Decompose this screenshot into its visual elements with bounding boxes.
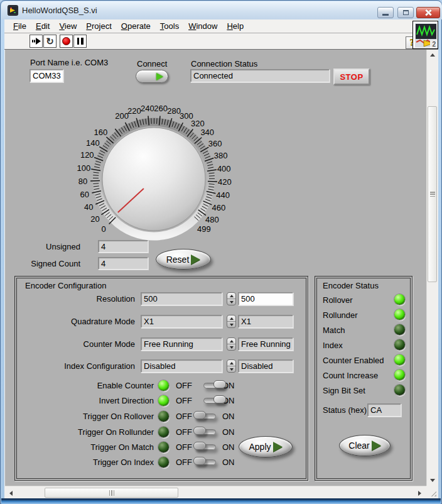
spinner-control[interactable] (227, 359, 236, 373)
toggle-switch[interactable] (195, 442, 230, 452)
clear-arrow-icon (372, 441, 381, 451)
dial: 0204060801001201401602002202402602803003… (72, 100, 238, 249)
toggle-label: Trigger On Rollunder (78, 427, 154, 437)
config-control-field[interactable]: X1 (238, 315, 293, 328)
run-continuously-icon: ↻ (46, 36, 54, 46)
svg-text:320: 320 (191, 119, 205, 128)
port-name-label: Port Name i.e. COM3 (30, 58, 108, 67)
toggle-switch[interactable] (195, 411, 230, 421)
status-led-label: Sign Bit Set (323, 386, 365, 395)
spinner-down-icon (230, 324, 234, 326)
svg-text:80: 80 (78, 177, 87, 186)
toggle-row: Invert DirectionOFFON (15, 395, 308, 407)
spinner-control[interactable] (227, 337, 236, 351)
toggle-label: Trigger On Index (93, 457, 154, 467)
menu-item-help[interactable]: Help (222, 20, 249, 32)
menu-item-operate[interactable]: Operate (117, 20, 156, 32)
toggle-off-label: OFF (176, 396, 192, 405)
spinner-down-icon (230, 301, 234, 304)
spinner-control[interactable] (227, 292, 236, 305)
toggle-led-indicator (158, 427, 169, 437)
toggle-row: Trigger On IndexOFFON (15, 456, 308, 469)
status-led-label: Match (323, 326, 345, 335)
menu-item-file[interactable]: File (9, 20, 31, 32)
switch-knob[interactable] (193, 427, 206, 435)
toggle-led-indicator (158, 457, 169, 468)
port-name-input[interactable] (30, 69, 63, 82)
scroll-left-icon (9, 491, 13, 496)
abort-button[interactable] (60, 35, 73, 48)
encoder-status-panel: Encoder Status Status (hex) CA Clear Rol… (315, 276, 412, 481)
reset-arrow-icon (191, 255, 200, 265)
status-led-label: Rollover (323, 295, 353, 305)
run-continuously-button[interactable]: ↻ (43, 35, 57, 48)
status-hex-label: Status (hex) (323, 405, 367, 415)
config-control-field[interactable]: Free Running (238, 337, 293, 351)
spinner-up-icon (230, 295, 234, 297)
toggle-off-label: OFF (176, 412, 192, 421)
scroll-right-button[interactable] (414, 488, 425, 498)
status-led-row: Sign Bit Set (315, 385, 412, 397)
spinner-up-icon (230, 340, 234, 342)
reset-button[interactable]: Reset (156, 249, 211, 270)
encoder-status-title: Encoder Status (323, 281, 379, 290)
vertical-scroll-thumb[interactable] (428, 106, 437, 282)
status-led-label: Index (323, 341, 343, 350)
connection-status-label: Connection Status (191, 59, 257, 68)
toolbar: ↻ (4, 33, 438, 50)
scroll-up-button[interactable] (427, 50, 438, 60)
toggle-switch[interactable] (195, 427, 230, 437)
minimize-button[interactable] (377, 7, 394, 18)
toggle-switch[interactable] (195, 380, 230, 390)
vertical-scrollbar[interactable] (426, 50, 438, 486)
maximize-button[interactable] (397, 7, 414, 18)
horizontal-scrollbar[interactable] (5, 486, 426, 498)
menu-bar: FileEditViewProjectOperateToolsWindowHel… (4, 19, 438, 33)
config-control-field[interactable]: Disabled (238, 359, 293, 373)
resize-grip[interactable] (426, 486, 438, 498)
menu-item-window[interactable]: Window (184, 20, 222, 32)
status-led-label: Rollunder (323, 310, 358, 320)
switch-knob[interactable] (193, 457, 206, 465)
spinner-control[interactable] (227, 315, 236, 328)
config-row: Resolution500500 (15, 292, 308, 305)
scroll-down-button[interactable] (427, 475, 438, 486)
toggle-switch[interactable] (195, 395, 230, 405)
connect-button[interactable] (136, 70, 168, 83)
scroll-left-button[interactable] (6, 488, 16, 498)
close-button[interactable] (416, 7, 440, 18)
svg-text:380: 380 (214, 151, 228, 160)
svg-text:20: 20 (90, 214, 99, 224)
toggle-row: Enable CounterOFFON (15, 380, 308, 392)
config-control-field[interactable]: 500 (238, 292, 293, 305)
abort-icon (62, 37, 70, 45)
signed-count-field: 4 (98, 257, 148, 270)
menu-item-view[interactable]: View (55, 20, 82, 32)
svg-text:100: 100 (77, 163, 91, 173)
menu-item-edit[interactable]: Edit (31, 20, 55, 32)
dial-knob[interactable] (102, 128, 205, 231)
menu-item-project[interactable]: Project (82, 20, 116, 32)
pause-button[interactable] (73, 35, 87, 48)
switch-knob[interactable] (213, 395, 226, 403)
vi-icon-pane[interactable]: 2 (412, 21, 438, 49)
switch-knob[interactable] (213, 380, 226, 388)
stop-button-label: STOP (340, 72, 363, 82)
connect-label: Connect (137, 59, 167, 68)
switch-knob[interactable] (193, 411, 206, 419)
run-button[interactable] (30, 35, 43, 48)
toggle-off-label: OFF (176, 457, 192, 467)
menu-item-tools[interactable]: Tools (156, 20, 184, 32)
status-led-label: Count Increase (323, 371, 378, 380)
svg-text:400: 400 (217, 164, 231, 173)
unsigned-count-field: 4 (98, 240, 148, 253)
horizontal-scroll-thumb[interactable] (45, 488, 178, 498)
svg-text:420: 420 (218, 177, 232, 187)
switch-knob[interactable] (193, 442, 206, 450)
status-led-indicator (394, 294, 405, 305)
svg-text:0: 0 (101, 224, 105, 234)
toggle-switch[interactable] (195, 457, 230, 467)
stop-button[interactable]: STOP (333, 68, 370, 85)
status-led-row: Index (315, 339, 412, 352)
clear-button[interactable]: Clear (339, 435, 391, 456)
